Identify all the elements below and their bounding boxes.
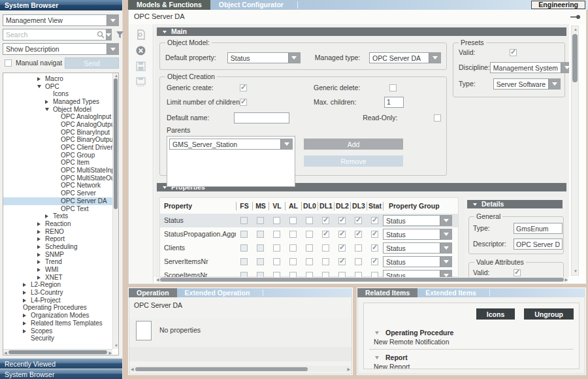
tree-item-l4-project[interactable]: L4-Project	[3, 297, 112, 305]
chevron-down-icon[interactable]	[280, 139, 292, 149]
scroll-left-icon[interactable]: ◀	[131, 367, 134, 372]
scrollbar-thumb[interactable]	[8, 350, 107, 354]
column-header-dl1[interactable]: DL1	[318, 202, 334, 210]
flag-checkbox-al[interactable]	[289, 258, 297, 265]
chevron-down-icon[interactable]	[440, 257, 451, 267]
tree-item-macro[interactable]: Macro	[3, 75, 112, 83]
tree-item-opc-analoginput[interactable]: OPC AnalogInput	[3, 113, 112, 121]
tree-item-opc-network[interactable]: OPC Network	[3, 182, 112, 190]
detail-valid-checkbox[interactable]	[514, 269, 521, 276]
column-header-dl0[interactable]: DL0	[301, 202, 318, 210]
tree-item-operating-procedures[interactable]: Operating Procedures	[3, 305, 112, 312]
ungroup-button[interactable]: Ungroup	[524, 308, 574, 320]
tree-item-l2-region[interactable]: L2-Region	[3, 282, 112, 289]
scroll-left-icon[interactable]: ◀	[156, 277, 159, 283]
tree-item-icons[interactable]: Icons	[3, 90, 112, 98]
expanded-arrow-icon[interactable]	[375, 331, 379, 335]
flag-checkbox-al[interactable]	[289, 244, 297, 252]
flag-checkbox-dl1[interactable]	[322, 231, 329, 238]
collapsed-arrow-icon[interactable]	[23, 291, 31, 295]
flag-checkbox-stat[interactable]	[371, 272, 378, 277]
property-row-scopeitemsnr[interactable]: ScopeItemsNrStatus	[160, 269, 458, 277]
tree-item-texts[interactable]: Texts	[3, 212, 112, 220]
collapsed-arrow-icon[interactable]	[23, 283, 31, 287]
property-row-clients[interactable]: ClientsStatus	[160, 241, 458, 255]
column-header-property-group[interactable]: Property Group	[383, 202, 461, 210]
new-object-icon[interactable]	[136, 29, 146, 40]
manual-navigation-checkbox[interactable]	[5, 59, 12, 67]
collapsed-arrow-icon[interactable]	[37, 245, 45, 249]
collapsed-arrow-icon[interactable]	[23, 299, 31, 303]
tree-item-opc-text[interactable]: OPC Text	[3, 205, 112, 213]
flag-checkbox-ms[interactable]	[257, 231, 264, 238]
tree-item-scheduling[interactable]: Scheduling	[3, 243, 112, 251]
flag-checkbox-dl3[interactable]	[355, 244, 362, 252]
property-group-dropdown[interactable]: Status	[383, 229, 452, 240]
scrollbar-thumb[interactable]	[160, 278, 564, 282]
flag-checkbox-dl3[interactable]	[355, 258, 362, 265]
collapsed-arrow-icon[interactable]	[37, 230, 45, 234]
flag-checkbox-al[interactable]	[289, 272, 297, 277]
tab-object-configurator[interactable]: Object Configurator	[210, 0, 292, 10]
column-header-al[interactable]: AL	[285, 202, 301, 210]
property-row-statuspropagation-aggregat[interactable]: StatusPropagation.AggregatStatus	[160, 227, 458, 241]
generic-delete-checkbox[interactable]	[389, 84, 397, 91]
operation-horizontal-scrollbar[interactable]: ◀ ▶	[130, 366, 351, 372]
tree-item-wmi[interactable]: WMI	[3, 266, 112, 274]
search-box[interactable]	[3, 29, 106, 41]
flag-checkbox-fs[interactable]	[240, 217, 248, 224]
tree-item-opc-binaryinput[interactable]: OPC BinaryInput	[3, 129, 112, 137]
collapsed-arrow-icon[interactable]	[23, 321, 31, 325]
send-button[interactable]: Send	[65, 58, 119, 69]
delete-object-icon[interactable]	[136, 46, 146, 56]
recently-viewed-bar[interactable]: Recently Viewed	[0, 358, 122, 369]
flag-checkbox-dl2[interactable]	[338, 231, 346, 238]
filter-icon[interactable]	[116, 31, 124, 39]
flag-checkbox-dl3[interactable]	[355, 231, 362, 238]
section-details-header[interactable]: Details	[467, 200, 563, 208]
tree-item-opc-item[interactable]: OPC Item	[3, 159, 112, 167]
parents-listbox[interactable]: GMS_Server_Station	[167, 136, 295, 187]
flag-checkbox-fs[interactable]	[240, 231, 248, 238]
scroll-down-icon[interactable]: ▼	[114, 343, 118, 349]
valid-checkbox[interactable]	[510, 49, 517, 56]
chevron-down-icon[interactable]	[561, 63, 569, 73]
column-header-stat[interactable]: Stat	[367, 202, 383, 210]
flag-checkbox-dl3[interactable]	[355, 272, 362, 277]
column-header-ms[interactable]: MS	[252, 202, 269, 210]
chevron-down-icon[interactable]	[106, 44, 118, 54]
collapsed-arrow-icon[interactable]	[37, 222, 45, 226]
flag-checkbox-vl[interactable]	[273, 272, 280, 277]
type-dropdown[interactable]: Server Software	[493, 78, 561, 90]
flag-checkbox-al[interactable]	[289, 217, 297, 224]
related-item-new-report[interactable]: New Report	[369, 363, 574, 369]
tree-item-opc-group[interactable]: OPC Group	[3, 152, 112, 159]
tree-item-object-model[interactable]: Object Model	[3, 106, 112, 114]
add-button[interactable]: Add	[304, 139, 403, 150]
flag-checkbox-vl[interactable]	[273, 217, 280, 224]
tree-item-trend[interactable]: Trend	[3, 259, 112, 267]
tab-extended-items[interactable]: Extended Items	[417, 288, 484, 297]
tab-models-functions[interactable]: Models & Functions	[128, 0, 210, 10]
flag-checkbox-stat[interactable]	[371, 244, 378, 252]
flag-checkbox-vl[interactable]	[273, 231, 280, 238]
tree-item-opc-client-driver[interactable]: OPC Client Driver	[3, 144, 112, 152]
tree-item-opc[interactable]: OPC	[3, 83, 112, 91]
tree-item-report[interactable]: Report	[3, 235, 112, 243]
chevron-down-icon[interactable]	[440, 229, 451, 239]
scrollbar-thumb[interactable]	[572, 34, 578, 82]
flag-checkbox-dl0[interactable]	[306, 244, 313, 252]
tree-item-related-items-templates[interactable]: Related Items Templates	[3, 320, 112, 327]
view-dropdown[interactable]: Management View	[3, 14, 119, 26]
flag-checkbox-vl[interactable]	[273, 244, 280, 252]
flag-checkbox-dl0[interactable]	[306, 258, 313, 265]
save-as-icon[interactable]	[136, 77, 146, 87]
scrollbar-thumb[interactable]	[114, 78, 118, 209]
related-group-report[interactable]: Report	[369, 352, 574, 363]
scroll-right-icon[interactable]: ▶	[108, 350, 112, 355]
tree-item-organization-modes[interactable]: Organization Modes	[3, 312, 112, 320]
limit-children-checkbox[interactable]	[240, 99, 247, 106]
scroll-right-icon[interactable]: ▶	[347, 367, 350, 372]
flag-checkbox-ms[interactable]	[257, 217, 264, 224]
property-row-serveritemsnr[interactable]: ServerItemsNrStatus	[160, 255, 458, 269]
